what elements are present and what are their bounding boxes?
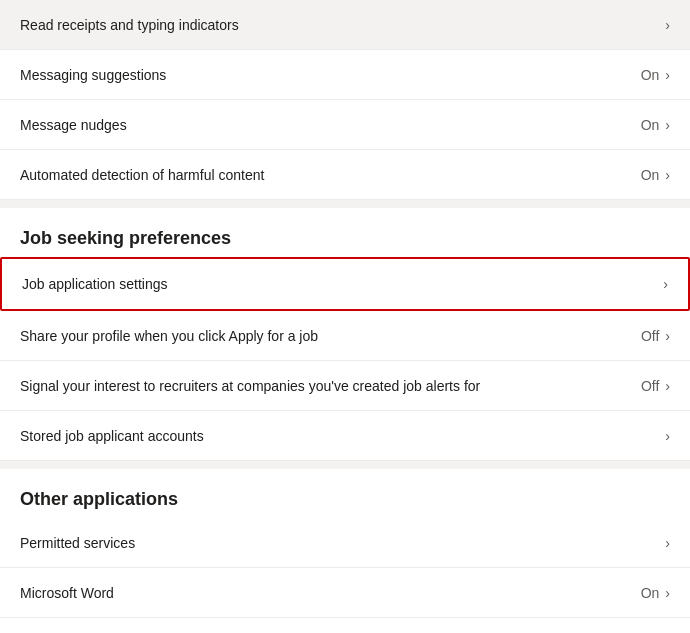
row-label-read-receipts: Read receipts and typing indicators <box>20 17 665 33</box>
row-right-stored-accounts: › <box>665 428 670 444</box>
chevron-icon-message-nudges: › <box>665 117 670 133</box>
settings-row-harmful-content[interactable]: Automated detection of harmful contentOn… <box>0 150 690 200</box>
chevron-icon-stored-accounts: › <box>665 428 670 444</box>
settings-row-stored-accounts[interactable]: Stored job applicant accounts› <box>0 411 690 461</box>
row-right-job-application-settings: › <box>663 276 668 292</box>
separator-other-applications <box>0 461 690 469</box>
settings-row-microsoft-word[interactable]: Microsoft WordOn› <box>0 568 690 618</box>
section-header-job-seeking: Job seeking preferences <box>0 208 690 257</box>
row-label-permitted-services: Permitted services <box>20 535 665 551</box>
section-title-other-applications: Other applications <box>20 489 670 510</box>
row-label-microsoft-word: Microsoft Word <box>20 585 641 601</box>
settings-container: Read receipts and typing indicators›Mess… <box>0 0 690 633</box>
settings-row-messaging-suggestions[interactable]: Messaging suggestionsOn› <box>0 50 690 100</box>
row-label-job-application-settings: Job application settings <box>22 276 663 292</box>
row-right-message-nudges: On› <box>641 117 670 133</box>
row-label-stored-accounts: Stored job applicant accounts <box>20 428 665 444</box>
row-right-harmful-content: On› <box>641 167 670 183</box>
chevron-icon-permitted-services: › <box>665 535 670 551</box>
chevron-icon-microsoft-word: › <box>665 585 670 601</box>
row-right-microsoft-word: On› <box>641 585 670 601</box>
highlighted-row-wrapper: Job application settings› <box>0 257 690 311</box>
row-value-harmful-content: On <box>641 167 660 183</box>
row-value-microsoft-word: On <box>641 585 660 601</box>
row-right-signal-interest: Off› <box>641 378 670 394</box>
settings-row-signal-interest[interactable]: Signal your interest to recruiters at co… <box>0 361 690 411</box>
row-right-permitted-services: › <box>665 535 670 551</box>
row-label-message-nudges: Message nudges <box>20 117 641 133</box>
settings-row-message-nudges[interactable]: Message nudgesOn› <box>0 100 690 150</box>
row-label-harmful-content: Automated detection of harmful content <box>20 167 641 183</box>
settings-row-job-application-settings[interactable]: Job application settings› <box>2 259 688 309</box>
section-header-other-applications: Other applications <box>0 469 690 518</box>
row-right-messaging-suggestions: On› <box>641 67 670 83</box>
sections-container: Job seeking preferencesJob application s… <box>0 200 690 618</box>
chevron-icon-job-application-settings: › <box>663 276 668 292</box>
settings-row-permitted-services[interactable]: Permitted services› <box>0 518 690 568</box>
row-value-message-nudges: On <box>641 117 660 133</box>
settings-row-share-profile[interactable]: Share your profile when you click Apply … <box>0 311 690 361</box>
separator-job-seeking <box>0 200 690 208</box>
row-value-signal-interest: Off <box>641 378 659 394</box>
row-label-signal-interest: Signal your interest to recruiters at co… <box>20 378 641 394</box>
row-value-messaging-suggestions: On <box>641 67 660 83</box>
chevron-icon-share-profile: › <box>665 328 670 344</box>
chevron-icon-read-receipts: › <box>665 17 670 33</box>
section-title-job-seeking: Job seeking preferences <box>20 228 670 249</box>
row-right-share-profile: Off› <box>641 328 670 344</box>
chevron-icon-signal-interest: › <box>665 378 670 394</box>
row-label-messaging-suggestions: Messaging suggestions <box>20 67 641 83</box>
chevron-icon-harmful-content: › <box>665 167 670 183</box>
chevron-icon-messaging-suggestions: › <box>665 67 670 83</box>
top-rows-section: Read receipts and typing indicators›Mess… <box>0 0 690 200</box>
row-right-read-receipts: › <box>665 17 670 33</box>
row-value-share-profile: Off <box>641 328 659 344</box>
row-label-share-profile: Share your profile when you click Apply … <box>20 328 641 344</box>
settings-row-read-receipts[interactable]: Read receipts and typing indicators› <box>0 0 690 50</box>
